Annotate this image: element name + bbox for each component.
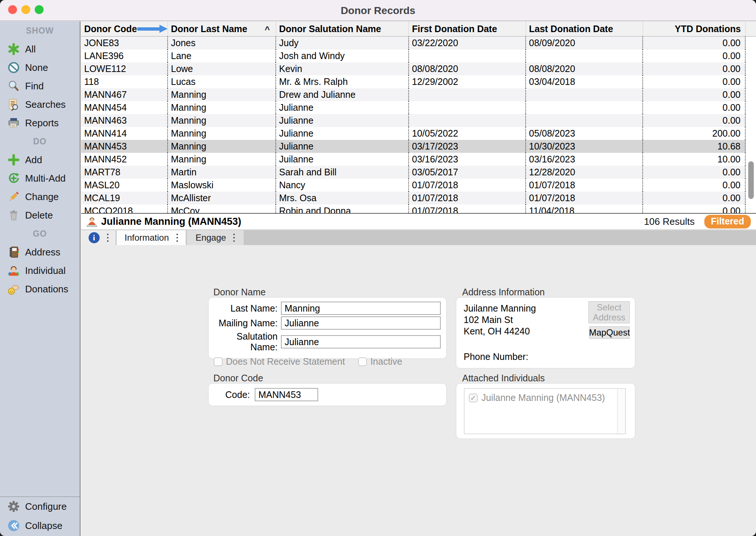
cell-donor-code: MANN452 <box>81 153 168 166</box>
table-row[interactable]: LANE396 Lane Josh and Windy 0.00 <box>81 49 746 62</box>
cell-last-name: McCoy <box>168 205 276 213</box>
tab-information[interactable]: Information <box>117 230 186 245</box>
attached-individuals-list: ✓ Juilanne Manning (MANN453) <box>464 388 626 434</box>
table-row[interactable]: MCCO2018 McCoy Robin and Donna 01/07/201… <box>81 205 746 213</box>
kebab-menu-icon[interactable] <box>107 234 109 242</box>
sidebar-item-multi-add[interactable]: Multi-Add <box>0 169 80 188</box>
column-header-last-donation-date[interactable]: Last Donation Date <box>526 21 643 36</box>
table-row[interactable]: 118 Lucas Mr. & Mrs. Ralph 12/29/2002 03… <box>81 75 746 88</box>
attached-individual-item[interactable]: ✓ Juilanne Manning (MANN453) <box>464 389 625 403</box>
cell-ytd-donations: 0.00 <box>643 101 746 114</box>
cell-first-donation-date: 03/16/2023 <box>409 153 526 166</box>
cell-donor-code: MANN467 <box>81 88 168 101</box>
sidebar-item-change[interactable]: Change <box>0 188 80 206</box>
detail-content: Donor Name Last Name: Mailing Name: Salu… <box>81 245 756 536</box>
tab-label: Information <box>124 233 169 243</box>
cell-donor-code: MANN453 <box>81 140 168 153</box>
column-header-label: Donor Last Name <box>171 24 247 34</box>
sidebar-item-configure[interactable]: Configure <box>0 497 80 516</box>
sidebar-item-collapse[interactable]: Collapse <box>0 516 80 535</box>
table-row[interactable]: MANN414 Manning Julianne 10/05/2022 05/0… <box>81 127 746 140</box>
cell-donor-code: LOWE112 <box>81 62 168 75</box>
column-header-label: Donor Code <box>84 24 137 34</box>
cell-first-donation-date: 12/29/2002 <box>409 75 526 88</box>
mailing-name-field[interactable] <box>281 316 441 330</box>
address-information-legend: Address Information <box>462 287 545 298</box>
column-header-ytd-donations[interactable]: YTD Donations <box>643 21 746 36</box>
table-row[interactable]: JONE83 Jones Judy 03/22/2020 08/09/2020 … <box>81 37 746 49</box>
sidebar-footer: Configure Collapse <box>0 497 80 536</box>
table-row[interactable]: MART78 Martin Sarah and Bill 03/05/2017 … <box>81 166 746 179</box>
sidebar-item-delete[interactable]: Delete <box>0 206 80 224</box>
cell-first-donation-date: 01/07/2018 <box>409 179 526 192</box>
column-header-donor-salutation-name[interactable]: Donor Salutation Name <box>276 21 409 36</box>
cell-salutation: Nancy <box>276 179 409 192</box>
table-row[interactable]: MANN453 Manning Julianne 03/17/2023 10/3… <box>81 140 746 153</box>
inactive-label: Inactive <box>370 356 402 367</box>
column-header-donor-code[interactable]: Donor Code <box>81 21 168 36</box>
sidebar-item-label: Configure <box>25 501 67 512</box>
sidebar-item-label: Donations <box>25 284 68 295</box>
column-header-donor-last-name[interactable]: Donor Last Name ^ <box>168 21 276 36</box>
collapse-chevrons-icon <box>5 519 22 532</box>
table-row[interactable]: MCAL19 McAllister Mrs. Osa 01/07/2018 01… <box>81 192 746 205</box>
cell-ytd-donations: 0.00 <box>643 192 746 205</box>
table-row[interactable]: MANN452 Manning Juilanne 03/16/2023 03/1… <box>81 153 746 166</box>
tab-info-menu[interactable]: i <box>81 230 116 245</box>
asterisk-icon <box>5 43 22 55</box>
cell-ytd-donations: 0.00 <box>643 49 746 62</box>
sidebar-item-none[interactable]: None <box>0 58 80 77</box>
donor-table: Donor Code Donor Last Name ^ Donor Salut… <box>81 21 756 213</box>
cell-first-donation-date: 03/17/2023 <box>409 140 526 153</box>
table-row[interactable]: MANN467 Manning Drew and Julianne 0.00 <box>81 88 746 101</box>
does-not-receive-statement-checkbox[interactable] <box>214 357 223 366</box>
cell-last-name: Lane <box>168 49 276 62</box>
cell-first-donation-date: 01/07/2018 <box>409 205 526 213</box>
table-row[interactable]: MASL20 Maslowski Nancy 01/07/2018 01/07/… <box>81 179 746 192</box>
table-header: Donor Code Donor Last Name ^ Donor Salut… <box>81 21 756 37</box>
cell-first-donation-date <box>409 114 526 127</box>
sidebar-item-add[interactable]: Add <box>0 151 80 169</box>
cell-last-donation-date <box>526 88 643 101</box>
cell-ytd-donations: 0.00 <box>643 37 746 49</box>
table-row[interactable]: MANN463 Manning Julianne 0.00 <box>81 114 746 127</box>
magnifier-icon <box>5 80 22 92</box>
cell-last-donation-date <box>526 114 643 127</box>
salutation-name-field[interactable] <box>281 335 441 348</box>
kebab-menu-icon[interactable] <box>176 234 178 242</box>
select-address-button[interactable]: Select Address <box>588 301 630 323</box>
filtered-badge[interactable]: Filtered <box>704 215 751 229</box>
last-name-label: Last Name: <box>209 303 281 314</box>
cell-first-donation-date: 10/05/2022 <box>409 127 526 140</box>
sidebar-item-all[interactable]: All <box>0 40 80 58</box>
table-row[interactable]: LOWE112 Lowe Kevin 08/08/2020 08/08/2020… <box>81 62 746 75</box>
mapquest-button[interactable]: MapQuest <box>589 326 630 339</box>
attached-individual-checkbox[interactable]: ✓ <box>469 394 478 402</box>
code-field[interactable] <box>255 388 318 401</box>
sidebar-section-show: SHOW <box>0 21 80 40</box>
cell-last-donation-date <box>526 101 643 114</box>
tab-engage[interactable]: Engage <box>187 230 244 245</box>
cell-donor-code: JONE83 <box>81 37 168 49</box>
sidebar-item-searches[interactable]: Searches <box>0 95 80 114</box>
sidebar-item-reports[interactable]: Reports <box>0 114 80 132</box>
table-scrollbar-thumb[interactable] <box>748 161 754 199</box>
sidebar-item-address[interactable]: Address <box>0 243 80 261</box>
inactive-checkbox[interactable] <box>358 357 367 366</box>
attached-list-scrollbar[interactable] <box>617 389 625 434</box>
sidebar-item-donations[interactable]: Donations <box>0 280 80 298</box>
sidebar-item-individual[interactable]: Individual <box>0 261 80 280</box>
table-scrollbar-track[interactable] <box>746 37 756 213</box>
app-window: Donor Records SHOW All None Find <box>0 0 756 536</box>
cell-first-donation-date <box>409 101 526 114</box>
cell-last-donation-date: 01/07/2018 <box>526 192 643 205</box>
table-row[interactable]: MANN454 Manning Julianne 0.00 <box>81 101 746 114</box>
column-header-first-donation-date[interactable]: First Donation Date <box>409 21 526 36</box>
cell-donor-code: MASL20 <box>81 179 168 192</box>
cell-last-name: McAllister <box>168 192 276 205</box>
sidebar-item-find[interactable]: Find <box>0 77 80 95</box>
attached-individuals-group: ✓ Juilanne Manning (MANN453) <box>456 383 635 439</box>
kebab-menu-icon[interactable] <box>233 234 235 242</box>
last-name-field[interactable] <box>281 302 441 315</box>
info-icon[interactable]: i <box>89 232 100 243</box>
